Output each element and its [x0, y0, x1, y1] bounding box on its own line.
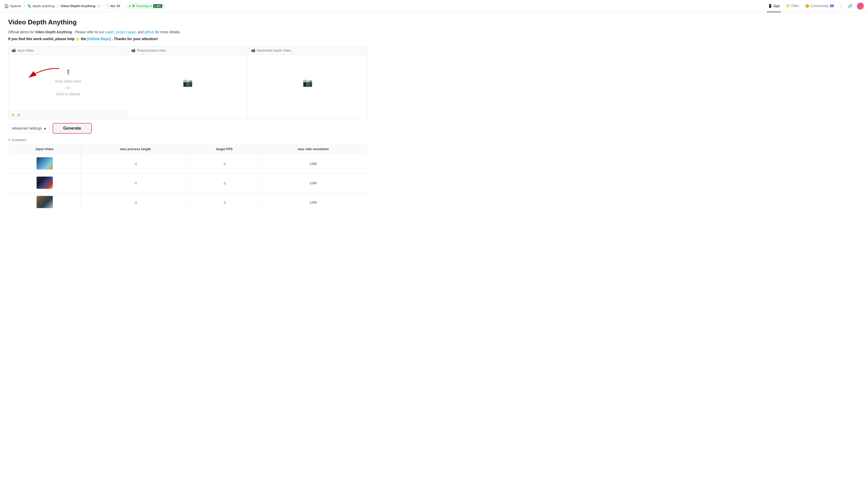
preprocessed-panel-header: 📹 Preprocessed video — [128, 46, 247, 55]
spaces-emoji: 🏠 — [4, 4, 9, 8]
desc-suffix: . Please refer to our — [73, 30, 105, 34]
page-title: Video Depth Anything — [8, 18, 368, 26]
like-label: like — [110, 4, 115, 8]
spaces-button[interactable]: 🏠 Spaces — [4, 4, 21, 8]
generated-panel-header: 📹 Generated Depth Video — [248, 46, 368, 55]
or-text: - or - — [64, 86, 72, 90]
tab-community-label: Community — [811, 4, 829, 8]
description-text: Official demo for Video Depth Anything .… — [8, 29, 368, 35]
running-label: Running on — [136, 4, 152, 8]
drop-text: Drop Video Here — [55, 79, 81, 83]
input-panel-footer: ⬆ ⚙ — [8, 111, 128, 120]
repo-emoji: 🦎 — [27, 4, 31, 8]
input-video-icon: 📹 — [11, 48, 16, 52]
preprocessed-video-panel: 📹 Preprocessed video 📷 — [128, 46, 248, 120]
heart-icon: ♡ — [106, 4, 109, 8]
link-github[interactable]: github — [145, 30, 154, 34]
running-badge: 🍀 Running on L40S — [126, 3, 165, 9]
table-header-row: Input Video max process length target FP… — [8, 144, 368, 154]
repo-breadcrumb[interactable]: 🦎 depth-anything — [27, 4, 54, 8]
video-panels: 📹 Input Video ⬆ Drop Video Here - or - C… — [8, 46, 368, 120]
table-row[interactable]: -1 -1 1280 — [8, 193, 368, 212]
table-cell-fps-2: -1 — [190, 174, 259, 193]
nav-left: 🏠 Spaces / 🦎 depth-anything / Video-Dept… — [4, 3, 767, 9]
files-icon: 📁 — [786, 4, 790, 8]
thumbnail-2 — [37, 177, 53, 189]
community-badge: 1 — [830, 4, 834, 7]
click-upload-text: Click to Upload — [56, 92, 80, 96]
thumbnail-1 — [37, 157, 53, 170]
generated-panel-body: 📷 — [248, 55, 368, 111]
table-cell-resolution-3: 1280 — [259, 193, 368, 212]
breadcrumb-separator-2: / — [57, 4, 58, 8]
table-cell-fps-3: -1 — [190, 193, 259, 212]
preprocessed-panel-label: Preprocessed video — [137, 49, 166, 52]
like-count: 39 — [116, 4, 120, 8]
tab-app-label: App — [774, 4, 780, 8]
advanced-settings-button[interactable]: Advanced Settings ◀ — [8, 124, 50, 132]
cta-prefix: If you find this work useful, please hel… — [8, 37, 87, 41]
cta-text: If you find this work useful, please hel… — [8, 37, 368, 41]
examples-table-head: Input Video max process length target FP… — [8, 144, 368, 154]
col-header-max-resolution: max side resolution — [259, 144, 368, 154]
top-navigation: 🏠 Spaces / 🦎 depth-anything / Video-Dept… — [0, 0, 868, 12]
input-video-panel: 📹 Input Video ⬆ Drop Video Here - or - C… — [8, 46, 128, 120]
collapse-arrow-icon: ◀ — [44, 127, 46, 130]
generated-placeholder: 📷 — [248, 57, 368, 108]
tab-files-label: Files — [792, 4, 799, 8]
copy-icon[interactable]: ⊟ — [97, 4, 100, 8]
col-header-target-fps: target FPS — [190, 144, 259, 154]
tab-community[interactable]: 😊 Community 1 — [804, 0, 835, 12]
hardware-badge: L40S — [153, 4, 162, 8]
table-row[interactable]: -1 -1 1280 — [8, 154, 368, 174]
examples-list-icon: ≡ — [8, 138, 10, 142]
cta-link[interactable]: [Github Repo] — [87, 37, 111, 41]
like-button[interactable]: ♡ like 39 — [104, 3, 122, 9]
table-cell-max-process-3: -1 — [81, 193, 190, 212]
nav-right: 📱 App 📁 Files 😊 Community 1 ⋮ 🔗 — [767, 0, 864, 12]
preprocessed-placeholder: 📷 — [128, 57, 247, 108]
col-header-video: Input Video — [8, 144, 81, 154]
link-project[interactable]: project page — [116, 30, 136, 34]
external-link-icon[interactable]: 🔗 — [848, 4, 853, 8]
running-indicator — [129, 5, 130, 7]
video-camera-icon: 📷 — [183, 78, 193, 87]
examples-table: Input Video max process length target FP… — [8, 144, 368, 212]
input-panel-body: ⬆ Drop Video Here - or - Click to Upload — [8, 55, 128, 111]
examples-table-body: -1 -1 1280 -1 -1 1280 -1 -1 1280 — [8, 154, 368, 212]
tab-app[interactable]: 📱 App — [767, 0, 781, 12]
breadcrumb-separator: / — [24, 4, 25, 8]
space-name-link[interactable]: Video-Depth-Anything — [60, 4, 95, 8]
examples-header: ≡ Examples — [8, 138, 368, 142]
upload-file-icon[interactable]: ⬆ — [11, 113, 15, 118]
generate-button[interactable]: Generate — [53, 123, 92, 134]
table-cell-resolution-2: 1280 — [259, 174, 368, 193]
more-options-button[interactable]: ⋮ — [839, 3, 844, 9]
upload-dropzone[interactable]: ⬆ Drop Video Here - or - Click to Upload — [8, 57, 128, 108]
table-cell-max-process-2: -1 — [81, 174, 190, 193]
table-cell-thumb-2 — [8, 174, 81, 193]
desc-end: for more details. — [155, 30, 181, 34]
table-cell-resolution-1: 1280 — [259, 154, 368, 174]
app-icon: 📱 — [768, 4, 772, 8]
examples-label: Examples — [12, 138, 26, 142]
link-paper[interactable]: paper — [105, 30, 114, 34]
tab-files[interactable]: 📁 Files — [785, 0, 800, 12]
table-cell-thumb-3 — [8, 193, 81, 212]
repo-owner: depth-anything — [32, 4, 54, 8]
table-row[interactable]: -1 -1 1280 — [8, 174, 368, 193]
avatar[interactable] — [857, 3, 864, 10]
generated-panel-label: Generated Depth Video — [257, 49, 291, 52]
clover-icon: 🍀 — [132, 4, 135, 8]
spaces-label: Spaces — [10, 4, 21, 8]
video-camera-icon-2: 📷 — [303, 78, 313, 87]
cta-suffix: . Thanks for your attention! — [112, 37, 158, 41]
space-name: Video-Depth-Anything — [60, 4, 95, 8]
settings-circle-icon[interactable]: ⚙ — [17, 113, 20, 118]
main-content: Video Depth Anything Official demo for V… — [0, 12, 376, 218]
generated-video-icon: 📹 — [251, 48, 255, 52]
col-header-max-process: max process length — [81, 144, 190, 154]
generated-depth-panel: 📹 Generated Depth Video 📷 — [248, 46, 368, 120]
controls-row: Advanced Settings ◀ Generate — [8, 123, 368, 134]
preprocessed-video-icon: 📹 — [131, 48, 135, 52]
